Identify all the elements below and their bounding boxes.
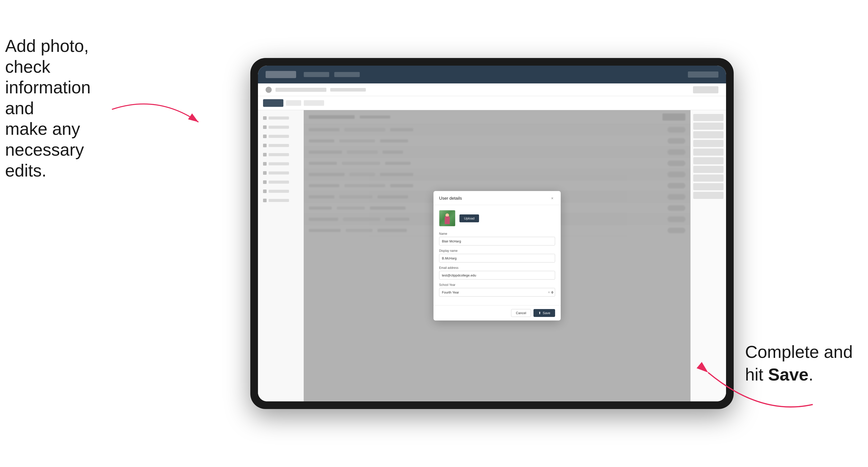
modal-footer: Cancel ⬆ Save bbox=[433, 305, 561, 320]
panel-text-6 bbox=[269, 162, 289, 165]
user-photo-thumbnail bbox=[439, 210, 455, 226]
panel-icon-4 bbox=[263, 144, 267, 147]
panel-icon-2 bbox=[263, 125, 267, 129]
panel-icon-7 bbox=[263, 171, 267, 175]
left-panel-item-3[interactable] bbox=[260, 132, 301, 141]
nav-bar bbox=[258, 66, 726, 84]
annotation-right-bold: Save bbox=[768, 365, 808, 384]
panel-icon-3 bbox=[263, 134, 267, 138]
annotation-right: Complete and hit Save. bbox=[745, 341, 853, 385]
annotation-right-line1: Complete and bbox=[745, 342, 853, 362]
left-panel-item-8[interactable] bbox=[260, 178, 301, 186]
nav-items bbox=[304, 72, 360, 77]
select-controls: × bbox=[548, 290, 554, 294]
display-name-form-group: Display name bbox=[439, 249, 555, 262]
save-label: Save bbox=[542, 311, 550, 315]
email-label: Email address bbox=[439, 266, 555, 270]
email-form-group: Email address bbox=[439, 266, 555, 280]
annotation-line3: make any bbox=[5, 119, 80, 138]
modal-body: Upload Name Display name bbox=[433, 205, 561, 305]
right-panel-btn-5[interactable] bbox=[693, 149, 723, 156]
nav-logo bbox=[266, 71, 296, 78]
photo-figure-body bbox=[445, 216, 450, 224]
left-panel-item-4[interactable] bbox=[260, 142, 301, 150]
panel-text-4 bbox=[269, 144, 289, 147]
right-panel-btn-6[interactable] bbox=[693, 157, 723, 164]
panel-text-10 bbox=[269, 199, 289, 202]
school-year-form-group: School Year × bbox=[439, 283, 555, 297]
modal-close-button[interactable]: × bbox=[550, 196, 555, 201]
right-panel-btn-7[interactable] bbox=[693, 166, 723, 173]
sub-nav-breadcrumb bbox=[276, 88, 327, 92]
right-panel-btn-9[interactable] bbox=[693, 183, 723, 190]
sub-nav-icon bbox=[266, 87, 272, 93]
save-icon: ⬆ bbox=[538, 311, 541, 315]
panel-text-8 bbox=[269, 181, 289, 184]
name-label: Name bbox=[439, 232, 555, 236]
save-button[interactable]: ⬆ Save bbox=[533, 309, 555, 317]
panel-text-1 bbox=[269, 117, 289, 120]
right-panel-btn-4[interactable] bbox=[693, 140, 723, 147]
user-details-modal: User details × bbox=[433, 191, 561, 320]
modal-header: User details × bbox=[433, 191, 561, 205]
right-panel-btn-1[interactable] bbox=[693, 114, 723, 121]
right-panel-btn-2[interactable] bbox=[693, 123, 723, 130]
toolbar-sort[interactable] bbox=[304, 100, 324, 106]
right-panel bbox=[690, 110, 726, 401]
annotation-left: Add photo, check information and make an… bbox=[5, 36, 112, 181]
sub-nav-action-btn[interactable] bbox=[693, 86, 718, 93]
email-input[interactable] bbox=[439, 271, 555, 280]
panel-icon-5 bbox=[263, 153, 267, 156]
panel-text-3 bbox=[269, 135, 289, 138]
panel-text-7 bbox=[269, 172, 289, 175]
panel-icon-1 bbox=[263, 116, 267, 120]
cancel-button[interactable]: Cancel bbox=[511, 309, 531, 317]
select-arrow-down bbox=[551, 292, 554, 294]
display-name-input[interactable] bbox=[439, 254, 555, 262]
left-panel-item-2[interactable] bbox=[260, 123, 301, 131]
name-form-group: Name bbox=[439, 232, 555, 245]
select-clear-button[interactable]: × bbox=[548, 290, 550, 294]
photo-section: Upload bbox=[439, 210, 555, 226]
right-panel-btn-10[interactable] bbox=[693, 192, 723, 199]
app-container: User details × bbox=[258, 66, 726, 401]
main-content-area: User details × bbox=[304, 110, 690, 401]
name-input[interactable] bbox=[439, 237, 555, 245]
left-panel-item-6[interactable] bbox=[260, 160, 301, 168]
annotation-right-line2: hit bbox=[745, 365, 768, 384]
left-panel-item-9[interactable] bbox=[260, 187, 301, 195]
sub-nav bbox=[258, 84, 726, 96]
upload-photo-button[interactable]: Upload bbox=[459, 214, 479, 222]
tablet-device: User details × bbox=[250, 58, 734, 409]
right-panel-btn-8[interactable] bbox=[693, 175, 723, 182]
modal-backdrop: User details × bbox=[304, 110, 690, 401]
select-arrow-up bbox=[551, 291, 554, 292]
school-year-label: School Year bbox=[439, 283, 555, 287]
right-panel-btn-3[interactable] bbox=[693, 131, 723, 138]
tablet-screen: User details × bbox=[258, 66, 726, 401]
left-annotation-arrow bbox=[107, 89, 209, 140]
annotation-right-end: . bbox=[808, 365, 813, 384]
panel-icon-9 bbox=[263, 189, 267, 193]
left-panel-item-10[interactable] bbox=[260, 196, 301, 205]
toolbar-filter[interactable] bbox=[286, 100, 301, 106]
toolbar-main-btn[interactable] bbox=[263, 99, 283, 107]
nav-right-area bbox=[688, 71, 718, 77]
display-name-label: Display name bbox=[439, 249, 555, 253]
panel-icon-8 bbox=[263, 180, 267, 184]
nav-item-connections[interactable] bbox=[304, 72, 329, 77]
nav-item-settings[interactable] bbox=[334, 72, 360, 77]
annotation-line4: necessary edits. bbox=[5, 140, 84, 180]
modal-title: User details bbox=[439, 196, 462, 201]
left-panel-item-5[interactable] bbox=[260, 151, 301, 159]
panel-text-2 bbox=[269, 126, 289, 129]
annotation-line2: information and bbox=[5, 77, 91, 118]
left-panel-item-7[interactable] bbox=[260, 169, 301, 177]
toolbar bbox=[258, 96, 726, 110]
panel-text-9 bbox=[269, 190, 289, 193]
panel-text-5 bbox=[269, 153, 289, 156]
panel-icon-6 bbox=[263, 162, 267, 165]
left-panel-item-1[interactable] bbox=[260, 114, 301, 122]
select-arrows[interactable] bbox=[551, 291, 554, 294]
school-year-input[interactable] bbox=[439, 288, 555, 297]
